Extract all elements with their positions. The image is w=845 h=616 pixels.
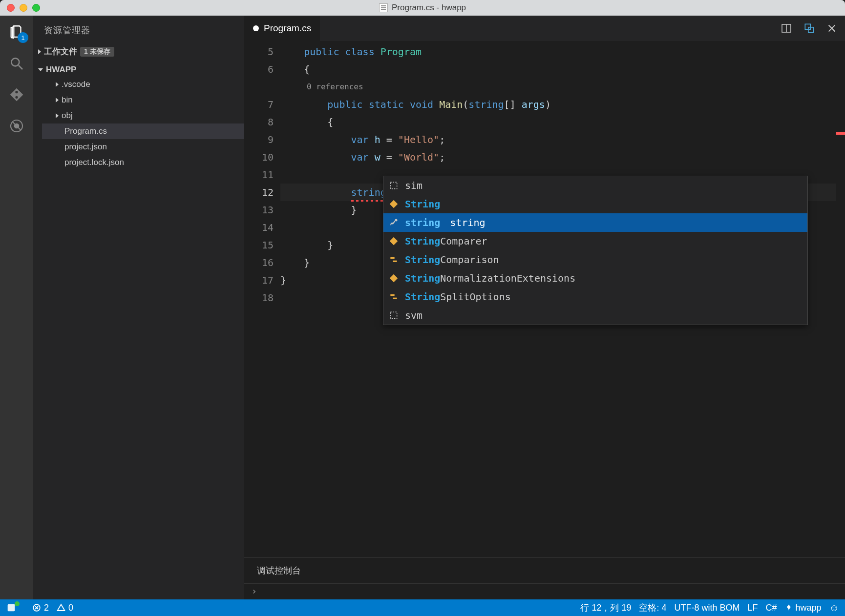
class-icon — [388, 273, 399, 284]
svg-rect-6 — [805, 24, 810, 29]
debug-console-panel: 调试控制台 — [244, 557, 845, 599]
tab-bar: Program.cs — [244, 16, 845, 41]
svg-rect-18 — [393, 298, 397, 299]
working-files-header[interactable]: 工作文件 1 未保存 — [33, 44, 244, 59]
suggest-item[interactable]: stringstring — [383, 213, 807, 232]
status-line-col[interactable]: 行 12，列 19 — [580, 602, 631, 614]
snippet-icon — [388, 310, 399, 321]
split-editor-icon[interactable] — [781, 22, 792, 34]
svg-rect-19 — [390, 312, 397, 318]
sidebar-title: 资源管理器 — [33, 16, 244, 42]
suggest-item[interactable]: sim — [383, 176, 807, 195]
snippet-icon — [388, 180, 399, 191]
chevron-down-icon — [38, 68, 43, 71]
status-errors[interactable]: 2 — [32, 603, 49, 613]
suggest-item[interactable]: StringNormalizationExtensions — [383, 269, 807, 287]
suggest-item[interactable]: StringComparer — [383, 232, 807, 250]
activity-search[interactable] — [8, 55, 25, 72]
tab-program-cs[interactable]: Program.cs — [244, 16, 320, 41]
svg-point-0 — [11, 58, 19, 66]
status-encoding[interactable]: UTF-8 with BOM — [674, 603, 739, 613]
status-feedback-icon[interactable]: ☺ — [829, 602, 839, 614]
folder-vscode[interactable]: .vscode — [42, 77, 244, 92]
keyword-icon — [388, 217, 399, 228]
class-icon — [388, 199, 399, 209]
show-changes-icon[interactable] — [803, 22, 816, 35]
line-number-gutter: 5 6 7 8 9 10 11 12 13 14 15 16 17 18 — [244, 41, 280, 307]
status-language[interactable]: C# — [766, 603, 777, 613]
chevron-right-icon — [56, 82, 59, 87]
window-title: Program.cs - hwapp — [392, 3, 466, 13]
file-project-json[interactable]: project.json — [42, 139, 244, 155]
project-name: HWAPP — [46, 65, 76, 75]
overview-ruler[interactable] — [836, 41, 845, 557]
dirty-indicator-icon — [253, 25, 259, 31]
suggest-item[interactable]: StringComparison — [383, 250, 807, 269]
activity-bar: 1 — [0, 16, 33, 599]
suggest-item[interactable]: String — [383, 195, 807, 213]
activity-git[interactable] — [8, 86, 25, 103]
enum-icon — [388, 291, 399, 302]
working-files-badge: 1 未保存 — [80, 47, 114, 57]
svg-rect-16 — [390, 274, 398, 282]
chevron-right-icon — [38, 49, 41, 54]
project-header[interactable]: HWAPP — [33, 63, 244, 77]
suggest-item[interactable]: StringSplitOptions — [383, 287, 807, 306]
svg-rect-11 — [390, 200, 398, 208]
code-editor[interactable]: 5 6 7 8 9 10 11 12 13 14 15 16 17 18 pub… — [244, 41, 845, 557]
suggest-item[interactable]: svm — [383, 306, 807, 325]
svg-point-3 — [14, 123, 20, 129]
status-warnings[interactable]: 0 — [57, 603, 73, 613]
svg-line-1 — [19, 65, 22, 69]
codelens-references[interactable]: 0 references — [280, 78, 363, 96]
file-tree: .vscode bin obj Program.cs project.json … — [33, 77, 244, 170]
activity-debug[interactable] — [8, 117, 25, 135]
debug-console-input[interactable] — [244, 583, 845, 599]
tab-title: Program.cs — [264, 23, 311, 34]
activity-explorer[interactable]: 1 — [8, 23, 25, 41]
document-icon — [379, 3, 388, 12]
class-icon — [388, 236, 399, 246]
status-bar: 2 0 行 12，列 19 空格: 4 UTF-8 with BOM LF C#… — [0, 599, 845, 616]
explorer-badge: 1 — [18, 32, 28, 43]
folder-obj[interactable]: obj — [42, 108, 244, 123]
status-eol[interactable]: LF — [748, 603, 758, 613]
svg-rect-10 — [390, 182, 397, 188]
title-bar: Program.cs - hwapp — [0, 0, 845, 16]
svg-rect-17 — [390, 294, 394, 296]
status-project[interactable]: hwapp — [785, 603, 822, 613]
intellisense-suggest[interactable]: simStringstringstringStringComparerStrin… — [383, 176, 808, 325]
svg-rect-13 — [390, 237, 398, 245]
chevron-right-icon — [56, 113, 59, 118]
folder-bin[interactable]: bin — [42, 92, 244, 108]
editor-group: Program.cs 5 6 7 8 9 — [244, 16, 845, 599]
file-project-lock-json[interactable]: project.lock.json — [42, 155, 244, 170]
panel-title[interactable]: 调试控制台 — [244, 558, 845, 583]
svg-rect-15 — [393, 261, 397, 262]
working-files-label: 工作文件 — [44, 46, 77, 57]
prompt-icon — [251, 588, 258, 595]
svg-rect-20 — [8, 604, 15, 612]
close-editor-icon[interactable] — [826, 23, 837, 34]
status-indent[interactable]: 空格: 4 — [639, 602, 666, 614]
status-omnisharp-icon[interactable] — [6, 602, 24, 613]
file-program-cs[interactable]: Program.cs — [42, 123, 244, 139]
sidebar: 资源管理器 工作文件 1 未保存 HWAPP .vscode bin obj P… — [33, 16, 244, 599]
enum-icon — [388, 254, 399, 265]
svg-rect-7 — [808, 27, 814, 33]
svg-rect-14 — [390, 257, 394, 259]
chevron-right-icon — [56, 98, 59, 103]
svg-point-12 — [395, 219, 398, 222]
